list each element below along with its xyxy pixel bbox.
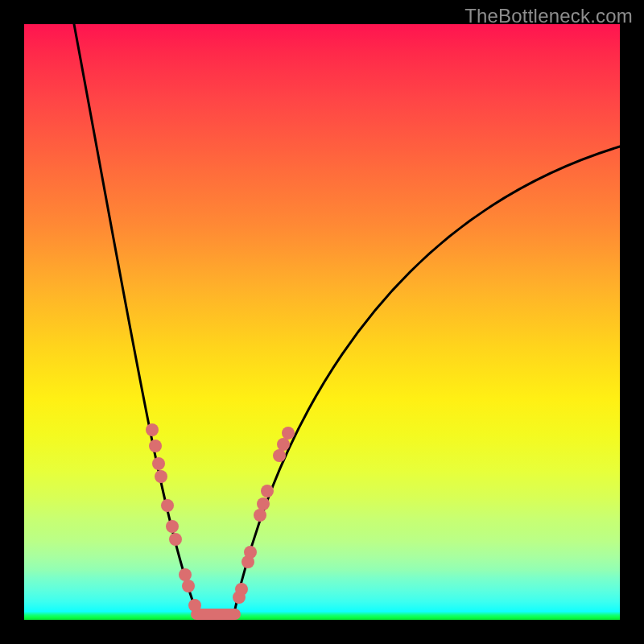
- data-point: [179, 568, 192, 581]
- data-point: [155, 470, 167, 483]
- data-point: [149, 440, 162, 452]
- data-point: [261, 485, 274, 497]
- data-point: [273, 449, 286, 462]
- data-point: [166, 520, 179, 533]
- curve-right-branch: [233, 147, 620, 616]
- outer-frame: TheBottleneck.com: [0, 0, 644, 644]
- chart-overlay: [24, 24, 620, 620]
- data-point: [182, 580, 195, 592]
- data-point: [188, 599, 201, 612]
- data-point: [169, 533, 182, 546]
- data-point: [235, 583, 248, 596]
- data-point: [161, 499, 174, 512]
- data-point: [277, 438, 290, 451]
- watermark-text: TheBottleneck.com: [464, 5, 633, 27]
- curve-left-branch: [74, 24, 198, 616]
- data-point: [254, 509, 266, 522]
- data-point: [257, 497, 270, 510]
- data-point: [282, 427, 295, 440]
- data-point: [152, 457, 165, 470]
- data-point: [146, 423, 159, 436]
- data-point: [244, 546, 257, 559]
